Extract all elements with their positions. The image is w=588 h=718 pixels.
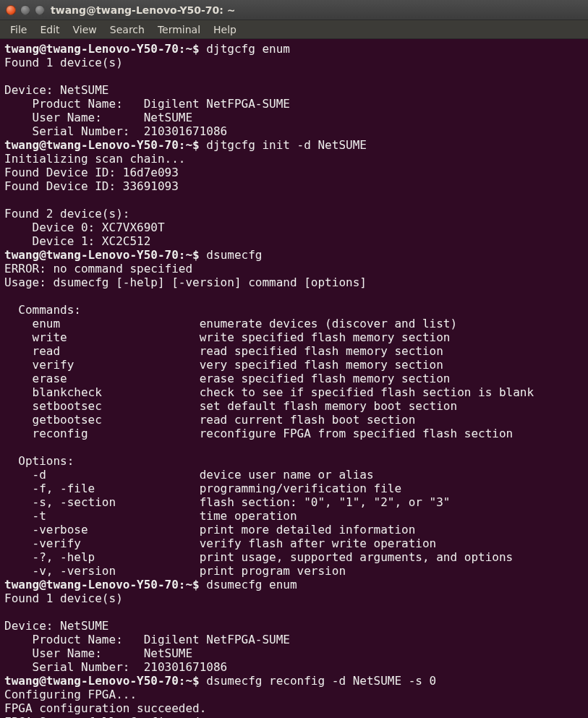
window-titlebar: twang@twang-Lenovo-Y50-70: ~ [0, 0, 588, 20]
command-output: Initializing scan chain... Found Device … [4, 152, 185, 248]
menu-edit[interactable]: Edit [34, 22, 65, 37]
window-title: twang@twang-Lenovo-Y50-70: ~ [51, 4, 236, 16]
window-buttons [6, 5, 45, 15]
menu-file[interactable]: File [4, 22, 33, 37]
command-input: djtgcfg enum [206, 42, 290, 56]
shell-prompt: twang@twang-Lenovo-Y50-70:~$ [4, 248, 206, 262]
terminal-window: twang@twang-Lenovo-Y50-70: ~ File Edit V… [0, 0, 588, 718]
menu-search[interactable]: Search [104, 22, 150, 37]
menubar: File Edit View Search Terminal Help [0, 20, 588, 39]
shell-prompt: twang@twang-Lenovo-Y50-70:~$ [4, 138, 206, 152]
command-input: dsumecfg reconfig -d NetSUME -s 0 [206, 674, 436, 688]
maximize-icon[interactable] [35, 5, 45, 15]
shell-prompt: twang@twang-Lenovo-Y50-70:~$ [4, 674, 206, 688]
shell-prompt: twang@twang-Lenovo-Y50-70:~$ [4, 42, 206, 56]
menu-terminal[interactable]: Terminal [152, 22, 206, 37]
command-output: Found 1 device(s) Device: NetSUME Produc… [4, 591, 290, 674]
menu-help[interactable]: Help [208, 22, 242, 37]
command-input: djtgcfg init -d NetSUME [206, 138, 367, 152]
shell-prompt: twang@twang-Lenovo-Y50-70:~$ [4, 578, 206, 591]
minimize-icon[interactable] [20, 5, 30, 15]
close-icon[interactable] [6, 5, 16, 15]
menu-view[interactable]: View [67, 22, 103, 37]
command-output: ERROR: no command specified Usage: dsume… [4, 262, 534, 578]
command-input: dsumecfg enum [206, 578, 297, 591]
terminal-body[interactable]: twang@twang-Lenovo-Y50-70:~$ djtgcfg enu… [0, 39, 588, 718]
command-input: dsumecfg [206, 248, 262, 262]
command-output: Configuring FPGA... FPGA configuration s… [4, 688, 206, 718]
command-output: Found 1 device(s) Device: NetSUME Produc… [4, 56, 290, 138]
